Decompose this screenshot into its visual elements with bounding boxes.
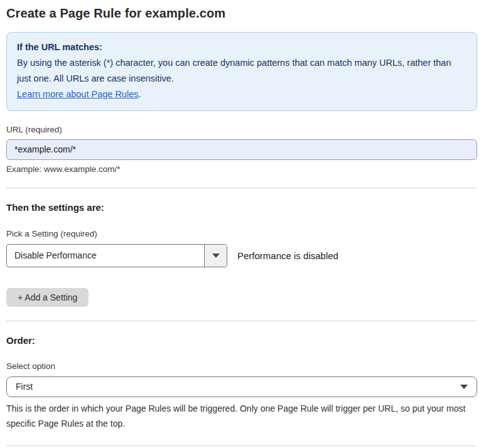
- url-match-info-box: If the URL matches: By using the asteris…: [6, 32, 477, 111]
- order-section: Order: Select option First This is the o…: [6, 335, 477, 432]
- setting-select-value: Disable Performance: [7, 245, 204, 267]
- info-box-body: By using the asterisk (*) character, you…: [17, 55, 466, 87]
- chevron-down-icon: [212, 253, 220, 258]
- url-section: URL (required) Example: www.example.com/…: [6, 125, 477, 174]
- url-label: URL (required): [6, 125, 477, 134]
- setting-row: Disable Performance Performance is disab…: [6, 244, 477, 267]
- settings-section: Then the settings are: Pick a Setting (r…: [6, 202, 477, 307]
- link-suffix: .: [138, 89, 141, 99]
- divider: [6, 445, 477, 446]
- setting-picker-label: Pick a Setting (required): [6, 229, 477, 238]
- settings-heading: Then the settings are:: [6, 202, 477, 213]
- order-select-label: Select option: [6, 361, 477, 371]
- info-box-heading: If the URL matches:: [17, 40, 466, 55]
- page-rule-form: Create a Page Rule for example.com If th…: [6, 6, 477, 448]
- divider: [6, 188, 477, 188]
- divider: [6, 321, 477, 321]
- setting-status-text: Performance is disabled: [237, 250, 338, 261]
- url-example-text: Example: www.example.com/*: [6, 164, 477, 174]
- setting-select[interactable]: Disable Performance: [6, 244, 227, 267]
- learn-more-link[interactable]: Learn more about Page Rules: [17, 89, 138, 99]
- order-heading: Order:: [6, 335, 477, 346]
- info-box-link-line: Learn more about Page Rules.: [17, 87, 466, 102]
- add-setting-button[interactable]: + Add a Setting: [6, 288, 89, 307]
- order-help-text: This is the order in which your Page Rul…: [6, 401, 472, 432]
- url-input[interactable]: [6, 139, 477, 160]
- order-select[interactable]: First: [6, 376, 477, 397]
- page-title: Create a Page Rule for example.com: [6, 6, 477, 21]
- setting-select-arrow-button[interactable]: [204, 245, 227, 267]
- order-select-value: First: [16, 381, 460, 392]
- chevron-down-icon: [460, 385, 468, 389]
